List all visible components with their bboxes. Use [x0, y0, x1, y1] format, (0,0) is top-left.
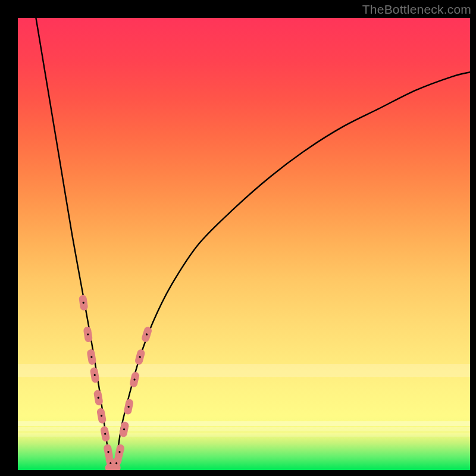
chart-frame: TheBottleneck.com — [0, 0, 476, 476]
curve-marker — [83, 326, 93, 343]
curve-marker — [93, 390, 104, 406]
curve-marker — [134, 349, 146, 365]
curve-marker — [119, 421, 130, 438]
curve-marker — [129, 371, 140, 388]
curve-marker — [96, 408, 107, 424]
curve-marker — [86, 349, 96, 365]
attribution-text: TheBottleneck.com — [362, 2, 471, 17]
curve-marker — [123, 399, 134, 415]
marker-layer — [79, 295, 153, 470]
curve-marker — [141, 326, 153, 343]
curve-marker — [79, 295, 89, 311]
chart-svg — [18, 18, 470, 470]
curve-marker — [114, 443, 125, 460]
curve-marker — [100, 425, 111, 442]
curve-marker — [90, 367, 100, 384]
plot-area — [18, 18, 470, 470]
